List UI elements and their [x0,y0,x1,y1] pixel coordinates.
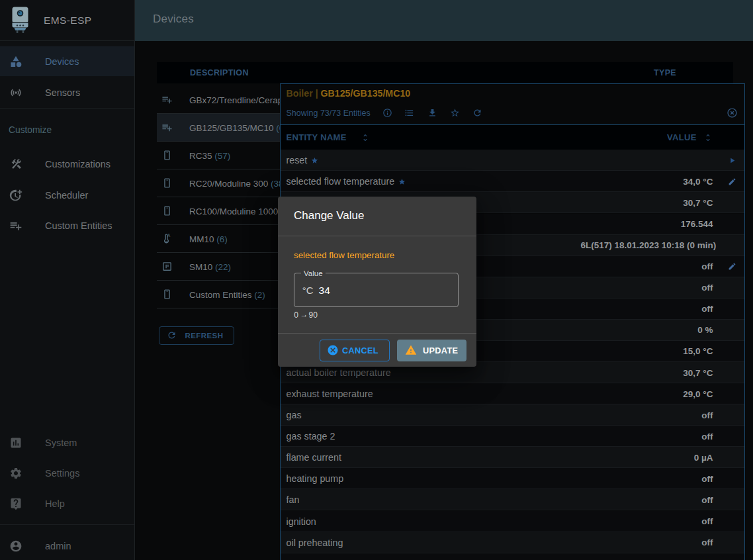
svg-text:A: A [167,233,171,238]
